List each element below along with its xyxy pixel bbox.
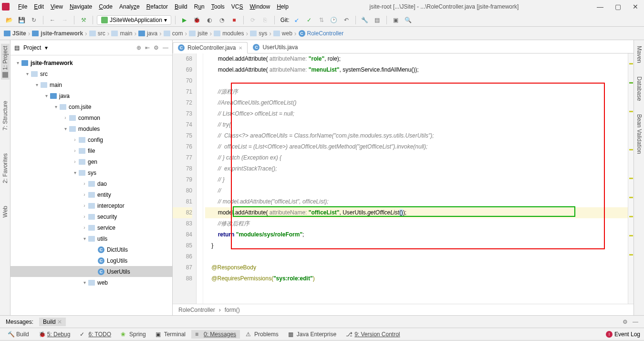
sidebar-tab-web[interactable]: Web	[1, 204, 10, 219]
bc-item[interactable]: java	[138, 30, 157, 37]
debug-icon[interactable]: 🐞	[192, 15, 202, 25]
menu-tools[interactable]: Tools	[208, 1, 228, 12]
bc-item[interactable]: com	[164, 30, 183, 37]
menu-run[interactable]: Run	[191, 1, 208, 12]
sidebar-tab-project[interactable]: 1: Project	[1, 44, 10, 80]
save-icon[interactable]: 💾	[16, 15, 27, 25]
tree-node[interactable]: ▾sys	[10, 167, 172, 178]
tree-node[interactable]: ›interceptor	[10, 200, 172, 211]
project-tree[interactable]: ▾jsite-framework ▾src ▾main ▾java ▾com.j…	[10, 55, 172, 315]
editor-tab[interactable]: CRoleController.java✕	[173, 42, 248, 53]
tree-node[interactable]: ›service	[10, 222, 172, 233]
tree-node[interactable]: ›security	[10, 211, 172, 222]
maximize-button[interactable]: ▢	[615, 3, 621, 11]
tree-node[interactable]: ▾com.jsite	[10, 101, 172, 112]
stop-icon[interactable]: ■	[229, 15, 239, 25]
tree-node[interactable]: ▾jsite-framework	[10, 57, 172, 68]
tool-spring[interactable]: ❀Spring	[117, 330, 150, 339]
menu-refactor[interactable]: Refactor	[144, 1, 171, 12]
menu-vcs[interactable]: VCS	[229, 1, 246, 12]
run-config-dropdown[interactable]: JSiteWebApplication ▾	[97, 15, 171, 25]
bc-item[interactable]: modules	[214, 30, 244, 37]
gear-icon[interactable]: ⚙	[154, 44, 159, 51]
hide-icon[interactable]: —	[163, 44, 168, 51]
hide-icon[interactable]: —	[633, 319, 638, 325]
tree-node[interactable]: ▾java	[10, 90, 172, 101]
structure-icon[interactable]: ▤	[372, 15, 383, 25]
target-icon[interactable]: ⊕	[136, 44, 141, 51]
editor-tab[interactable]: CUserUtils.java	[248, 42, 303, 53]
tool-debug[interactable]: 🐞5: Debug	[35, 330, 74, 339]
tool-enterprise[interactable]: ▦Java Enterprise	[284, 330, 340, 339]
menu-analyze[interactable]: Analyze	[116, 1, 143, 12]
update-icon[interactable]: ⟳	[248, 15, 258, 25]
git-commit-icon[interactable]: ✓	[304, 15, 314, 25]
layout-icon[interactable]: ▣	[391, 15, 401, 25]
search-icon[interactable]: 🔍	[403, 15, 414, 25]
back-icon[interactable]: ←	[47, 15, 58, 25]
editor-body[interactable]: 6869707172737475767778798081828384858687…	[173, 53, 634, 304]
tree-node[interactable]: ›file	[10, 145, 172, 156]
bc-item[interactable]: CRoleController	[299, 30, 344, 37]
tree-node[interactable]: ▾main	[10, 79, 172, 90]
tree-node[interactable]: ▾modules	[10, 123, 172, 134]
bc-item[interactable]: main	[111, 30, 132, 37]
bc-class[interactable]: RoleController	[178, 307, 215, 313]
git-pull-icon[interactable]: ↙	[291, 15, 302, 25]
sync-icon[interactable]: ↻	[29, 15, 39, 25]
chevron-down-icon[interactable]: ▾	[45, 44, 48, 51]
tree-node[interactable]: ›dao	[10, 178, 172, 189]
tree-node[interactable]: ›gen	[10, 156, 172, 167]
tree-node[interactable]: CDictUtils	[10, 244, 172, 255]
bc-item[interactable]: sys	[250, 30, 267, 37]
tool-todo[interactable]: ✓6: TODO	[76, 330, 115, 339]
menu-navigate[interactable]: Navigate	[67, 1, 95, 12]
tree-node[interactable]: CLogUtils	[10, 255, 172, 266]
build-icon[interactable]: ⚒	[78, 15, 89, 25]
messages-tab-build[interactable]: Build ✕	[39, 318, 66, 326]
menu-edit[interactable]: Edit	[31, 1, 47, 12]
git-history-icon[interactable]: 🕑	[329, 15, 339, 25]
sidebar-tab-bean[interactable]: Bean Validation	[635, 112, 644, 156]
tool-vcs[interactable]: ⎇9: Version Control	[342, 330, 404, 339]
close-icon[interactable]: ✕	[57, 319, 62, 325]
tool-messages[interactable]: ≡0: Messages	[191, 330, 240, 339]
gutter[interactable]: 6869707172737475767778798081828384858687…	[173, 53, 197, 304]
run-icon[interactable]: ▶	[179, 15, 190, 25]
sidebar-tab-database[interactable]: Database	[635, 75, 644, 103]
tool-terminal[interactable]: ▣Terminal	[152, 330, 189, 339]
tool-build[interactable]: 🔨Build	[4, 330, 33, 339]
menu-view[interactable]: View	[48, 1, 66, 12]
forward-icon[interactable]: →	[60, 15, 70, 25]
menu-code[interactable]: Code	[96, 1, 115, 12]
sidebar-tab-favorites[interactable]: 2: Favorites	[1, 151, 10, 185]
sidebar-tab-maven[interactable]: Maven	[635, 44, 644, 65]
settings-icon[interactable]: 🔧	[360, 15, 370, 25]
bc-item[interactable]: jsite-framework	[32, 30, 83, 37]
event-log[interactable]: !Event Log	[606, 331, 640, 338]
git-compare-icon[interactable]: ⇅	[316, 15, 327, 25]
scrollbar-markers[interactable]	[628, 53, 634, 304]
menu-file[interactable]: File	[15, 1, 30, 12]
tree-node[interactable]: ›entity	[10, 189, 172, 200]
bc-item[interactable]: jsite	[189, 30, 208, 37]
minimize-button[interactable]: —	[597, 3, 603, 11]
collapse-icon[interactable]: ⇤	[145, 44, 150, 51]
tree-node[interactable]: ▾web	[10, 277, 172, 288]
bc-item[interactable]: web	[273, 30, 292, 37]
open-icon[interactable]: 📂	[4, 15, 14, 25]
attach-icon[interactable]: ⎘	[260, 15, 270, 25]
bc-item[interactable]: src	[89, 30, 105, 37]
profile-icon[interactable]: ◔	[217, 15, 227, 25]
bc-item[interactable]: JSite	[4, 30, 26, 37]
menu-window[interactable]: Window	[247, 1, 273, 12]
code-area[interactable]: model.addAttribute( attributeName: "role…	[203, 53, 628, 304]
menu-help[interactable]: Help	[274, 1, 291, 12]
tree-node[interactable]: ›config	[10, 134, 172, 145]
tree-node[interactable]: ▾src	[10, 68, 172, 79]
gear-icon[interactable]: ⚙	[623, 319, 628, 325]
tree-node[interactable]: CUserUtils	[10, 266, 172, 277]
tree-node[interactable]: ›common	[10, 112, 172, 123]
coverage-icon[interactable]: ◐	[204, 15, 215, 25]
git-revert-icon[interactable]: ↶	[341, 15, 352, 25]
